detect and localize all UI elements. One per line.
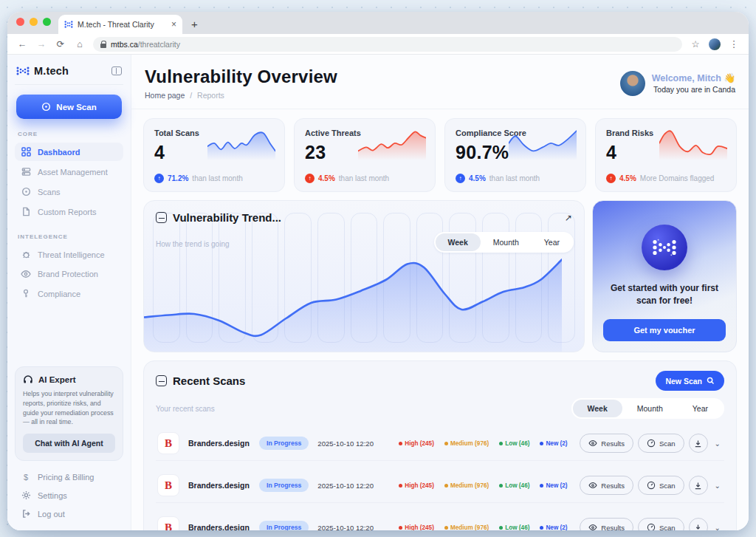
breadcrumb-home[interactable]: Home page (145, 91, 185, 100)
chevron-down-icon[interactable]: ⌄ (712, 482, 723, 490)
bookmark-icon[interactable]: ☆ (690, 38, 701, 49)
close-window-button[interactable] (16, 18, 24, 26)
section-icon (156, 212, 167, 223)
mtech-logo-icon (16, 66, 30, 76)
arrow-up-icon: ↑ (305, 174, 315, 183)
download-icon (694, 524, 702, 531)
logout-icon (21, 509, 31, 519)
sidebar-item-settings[interactable]: Settings (15, 486, 123, 504)
scan-radar-icon (21, 187, 31, 196)
wave-emoji: 👋 (724, 73, 735, 83)
eye-icon (588, 524, 597, 530)
page-title: Vulnerability Overview (145, 66, 337, 87)
sidebar-collapse-icon[interactable] (111, 66, 122, 75)
sidebar-item-dashboard[interactable]: Dashbaord (15, 143, 123, 161)
promo-card: Get started with your first scan for fre… (592, 200, 737, 352)
severity-low: Low (46) (499, 482, 529, 489)
url-host: mtbs.ca (111, 40, 138, 49)
url-path: /threatclarity (138, 40, 180, 49)
home-icon[interactable]: ⌂ (74, 39, 86, 49)
download-button[interactable] (689, 476, 708, 495)
sidebar-item-threat-intelligence[interactable]: Threat Intelligence (15, 245, 123, 264)
new-scan-button[interactable]: New Scan (16, 95, 122, 119)
eye-icon (588, 439, 597, 447)
grid-icon (21, 147, 31, 157)
site-logo: B (157, 474, 179, 496)
get-voucher-button[interactable]: Get my voucher (603, 319, 726, 341)
new-tab-button[interactable]: + (191, 18, 198, 34)
stat-card-brand-risks[interactable]: Brand Risks 4 ↑ 4.5%More Domains flagged (595, 118, 737, 192)
sidebar-item-brand-protection[interactable]: Brand Protection (15, 265, 123, 283)
status-badge: In Progress (259, 437, 309, 450)
sidebar-item-custom-reports[interactable]: Custom Reports (15, 202, 123, 221)
download-button[interactable] (689, 518, 708, 530)
chevron-down-icon[interactable]: ⌄ (712, 439, 723, 448)
forward-icon[interactable]: → (35, 39, 47, 49)
stat-card-compliance-score[interactable]: Compliance Score 90.7% ↑ 4.5%than last m… (444, 118, 586, 192)
minimize-window-button[interactable] (30, 18, 38, 26)
sidebar-item-logout[interactable]: Log out (15, 504, 123, 523)
browser-tab-strip: M.tech - Threat Clarity × + (7, 12, 749, 34)
recent-scans-card: Recent Scans New Scan Your recent scans … (143, 360, 737, 530)
gauge-icon (647, 439, 656, 448)
favicon-icon (64, 20, 73, 29)
radar-icon (41, 102, 51, 112)
reload-icon[interactable]: ⟳ (55, 38, 66, 49)
stat-card-active-threats[interactable]: Active Threats 23 ↑ 4.5%than last month (294, 118, 436, 192)
compliance-score-sparkline (509, 129, 577, 160)
gauge-icon (647, 481, 656, 490)
browser-tab[interactable]: M.tech - Threat Clarity × (58, 15, 182, 34)
url-bar[interactable]: mtbs.ca/threatclarity (93, 37, 682, 52)
download-button[interactable] (689, 434, 708, 453)
sidebar-item-asset-management[interactable]: Asset Management (15, 163, 123, 181)
severity-low: Low (46) (499, 524, 529, 531)
new-scan-button-secondary[interactable]: New Scan (656, 371, 724, 391)
ai-expert-title: AI Expert (38, 375, 76, 384)
arrow-up-icon: ↑ (606, 174, 616, 183)
tab-week[interactable]: Week (573, 400, 622, 417)
scan-button[interactable]: Scan (638, 476, 684, 495)
chat-with-ai-button[interactable]: Chat with AI Agent (23, 434, 115, 453)
expand-icon[interactable]: ↗ (565, 213, 572, 223)
arrow-up-icon: ↑ (154, 174, 164, 183)
key-icon (21, 289, 31, 298)
eye-icon (21, 270, 31, 278)
file-icon (21, 207, 31, 216)
chevron-down-icon[interactable]: ⌄ (712, 524, 723, 531)
sidebar: M.tech New Scan CORE Dashbaord Asset Man… (7, 55, 131, 530)
results-button[interactable]: Results (580, 518, 633, 530)
tab-year[interactable]: Year (678, 400, 723, 417)
gear-icon (21, 490, 31, 500)
tab-month[interactable]: Mounth (622, 400, 678, 417)
results-button[interactable]: Results (580, 476, 633, 495)
stat-card-total-scans[interactable]: Total Scans 4 ↑ 71.2%than last month (143, 118, 285, 192)
total-scans-sparkline (207, 129, 275, 160)
sidebar-item-pricing-billing[interactable]: $ Pricing & Billing (15, 468, 123, 486)
severity-medium: Medium (976) (444, 482, 489, 489)
browser-menu-icon[interactable]: ⋮ (728, 38, 740, 49)
results-button[interactable]: Results (580, 434, 633, 453)
recent-period-tabs: Week Mounth Year (571, 398, 725, 419)
back-icon[interactable]: ← (16, 39, 28, 49)
zoom-window-button[interactable] (43, 18, 51, 26)
site-name: Branders.design (188, 523, 259, 530)
welcome-text: Welcome, Mitch (652, 73, 721, 83)
window-controls (16, 12, 51, 34)
severity-medium: Medium (976) (444, 524, 489, 531)
browser-address-bar: ← → ⟳ ⌂ mtbs.ca/threatclarity ☆ ⋮ (7, 34, 749, 55)
browser-profile-avatar[interactable] (709, 38, 721, 50)
status-badge: In Progress (259, 521, 309, 530)
headphones-icon (23, 374, 33, 384)
breadcrumb-current: Reports (197, 91, 224, 100)
bug-icon (21, 250, 31, 259)
tab-close-icon[interactable]: × (171, 19, 176, 30)
scan-date: 2025-10-10 12:20 (317, 482, 385, 490)
user-avatar[interactable] (620, 71, 645, 96)
severity-new: New (2) (540, 524, 567, 531)
scan-button[interactable]: Scan (638, 434, 684, 453)
trend-title: Vulnerability Trend... (173, 211, 281, 224)
scan-button[interactable]: Scan (638, 518, 684, 530)
sidebar-item-compliance[interactable]: Compliance (15, 284, 123, 303)
severity-low: Low (46) (499, 440, 529, 447)
sidebar-item-scans[interactable]: Scans (15, 182, 123, 201)
